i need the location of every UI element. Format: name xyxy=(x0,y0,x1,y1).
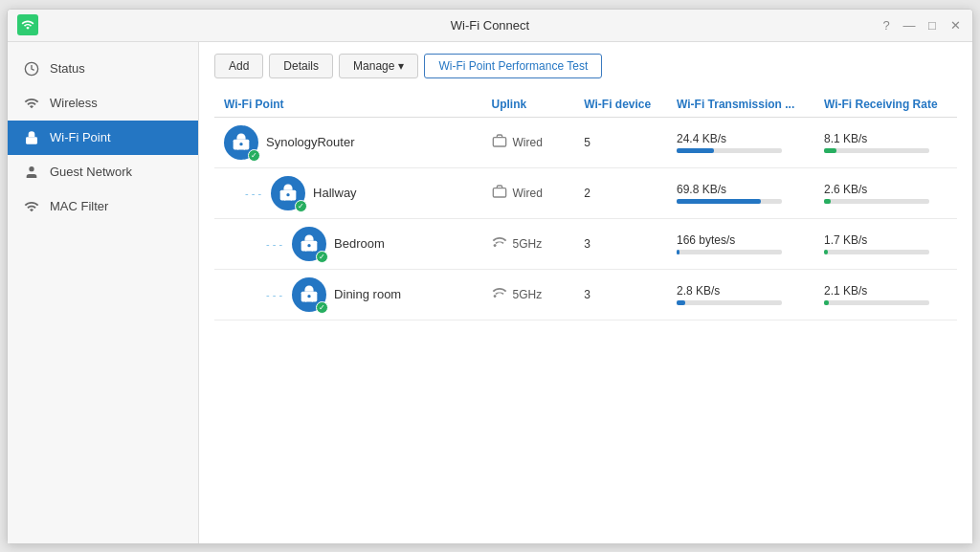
sidebar-item-status[interactable]: Status xyxy=(8,52,198,86)
devices-count-hallway: 2 xyxy=(584,187,590,200)
table-row[interactable]: - - - ✓ Bedroom 5GHz 3 166 bytes/s xyxy=(214,218,957,269)
col-wifi-point: Wi-Fi Point xyxy=(214,92,482,118)
mac-filter-icon xyxy=(23,198,40,215)
rx-cell-bedroom: 1.7 KB/s xyxy=(814,218,957,269)
rx-bar-bg-synology-router xyxy=(824,148,929,153)
svg-rect-8 xyxy=(493,188,505,197)
tx-bar-bedroom xyxy=(677,250,679,254)
rx-speed-hallway: 2.6 KB/s xyxy=(824,183,947,196)
uplink-cell-synology-router: Wired xyxy=(482,117,575,167)
table-header-row: Wi-Fi Point Uplink Wi-Fi device Wi-Fi Tr… xyxy=(214,92,957,118)
col-uplink: Uplink xyxy=(482,92,575,118)
manage-button[interactable]: Manage ▾ xyxy=(339,54,418,78)
node-icon-synology-router: ✓ xyxy=(224,125,258,160)
wireless-icon xyxy=(492,285,507,303)
tx-bar-synology-router xyxy=(677,148,714,153)
minimize-button[interactable]: — xyxy=(902,17,917,33)
svg-point-2 xyxy=(29,166,33,171)
svg-point-4 xyxy=(239,143,242,145)
node-name-dining-room: Dining room xyxy=(334,287,401,301)
sidebar-item-mac-filter[interactable]: MAC Filter xyxy=(8,189,198,224)
tx-bar-bg-dining-room xyxy=(677,300,782,305)
tx-speed-synology-router: 24.4 KB/s xyxy=(677,132,805,145)
svg-point-7 xyxy=(286,193,289,196)
rx-bar-bg-bedroom xyxy=(824,250,929,254)
wired-icon xyxy=(492,184,507,202)
rx-cell-dining-room: 2.1 KB/s xyxy=(814,269,957,320)
rx-bar-bedroom xyxy=(824,250,828,254)
guest-network-icon xyxy=(23,164,40,181)
rx-bar-dining-room xyxy=(824,300,830,305)
devices-cell-synology-router: 5 xyxy=(574,117,667,167)
sidebar-item-status-label: Status xyxy=(50,61,85,76)
window-title: Wi-Fi Connect xyxy=(451,18,529,33)
col-wifi-device: Wi-Fi device xyxy=(574,92,667,118)
manage-chevron-icon: ▾ xyxy=(398,59,404,73)
node-name-hallway: Hallway xyxy=(313,186,357,200)
app-icon xyxy=(17,14,38,35)
wifi-point-icon xyxy=(23,129,40,146)
tx-bar-bg-bedroom xyxy=(677,250,782,254)
uplink-cell-hallway: Wired xyxy=(482,167,575,218)
sidebar: Status Wireless Wi-Fi Point xyxy=(8,42,199,543)
tx-speed-dining-room: 2.8 KB/s xyxy=(677,284,805,298)
titlebar-controls: ? — □ ✕ xyxy=(879,17,963,33)
devices-count-bedroom: 3 xyxy=(584,237,590,251)
col-tx: Wi-Fi Transmission ... xyxy=(667,92,814,118)
manage-label: Manage xyxy=(353,59,394,73)
devices-cell-hallway: 2 xyxy=(574,167,667,218)
tx-bar-hallway xyxy=(677,199,761,204)
tx-bar-bg-synology-router xyxy=(677,148,782,153)
devices-cell-dining-room: 3 xyxy=(574,269,667,320)
uplink-label-dining-room: 5GHz xyxy=(513,288,543,301)
content-area: Status Wireless Wi-Fi Point xyxy=(8,42,972,543)
rx-bar-bg-dining-room xyxy=(824,300,929,305)
table-row[interactable]: - - - ✓ Dining room 5GHz 3 2.8 KB/s xyxy=(214,269,957,320)
details-button[interactable]: Details xyxy=(269,54,333,78)
tx-cell-hallway: 69.8 KB/s xyxy=(667,167,814,218)
rx-cell-hallway: 2.6 KB/s xyxy=(814,167,957,218)
wifi-point-cell: ✓ SynologyRouter xyxy=(214,117,482,167)
tx-speed-hallway: 69.8 KB/s xyxy=(677,183,805,196)
sidebar-item-wireless[interactable]: Wireless xyxy=(8,86,198,121)
sidebar-item-guest-network[interactable]: Guest Network xyxy=(8,155,198,189)
devices-cell-bedroom: 3 xyxy=(574,218,667,269)
tx-bar-bg-hallway xyxy=(677,199,782,204)
sidebar-item-wifi-point[interactable]: Wi-Fi Point xyxy=(8,121,198,155)
main-content: Add Details Manage ▾ Wi-Fi Point Perform… xyxy=(199,42,972,543)
sidebar-item-wireless-label: Wireless xyxy=(50,96,98,110)
sidebar-item-wifi-point-label: Wi-Fi Point xyxy=(50,130,111,144)
tx-cell-dining-room: 2.8 KB/s xyxy=(667,269,814,320)
maximize-button[interactable]: □ xyxy=(924,17,940,33)
clock-icon xyxy=(23,60,40,77)
wifi-point-cell: - - - ✓ Hallway xyxy=(214,167,482,218)
svg-rect-1 xyxy=(26,137,37,144)
rx-bar-bg-hallway xyxy=(824,199,929,204)
table-row[interactable]: - - - ✓ Hallway Wired 2 69.8 KB/s xyxy=(214,167,957,218)
tx-cell-synology-router: 24.4 KB/s xyxy=(667,117,814,167)
svg-point-12 xyxy=(307,295,310,298)
wired-icon xyxy=(492,133,507,151)
devices-count-synology-router: 5 xyxy=(584,136,590,149)
node-check-dining-room: ✓ xyxy=(316,301,328,314)
help-button[interactable]: ? xyxy=(879,17,894,33)
main-window: Wi-Fi Connect ? — □ ✕ Status xyxy=(7,9,973,544)
titlebar-left xyxy=(17,14,38,35)
svg-point-10 xyxy=(307,244,310,247)
wifi-points-table: Wi-Fi Point Uplink Wi-Fi device Wi-Fi Tr… xyxy=(214,92,957,320)
rx-speed-dining-room: 2.1 KB/s xyxy=(824,284,947,298)
perf-test-button[interactable]: Wi-Fi Point Performance Test xyxy=(424,54,602,78)
table-row[interactable]: ✓ SynologyRouter Wired 5 24.4 KB/s 8.1 K… xyxy=(214,117,957,167)
uplink-label-synology-router: Wired xyxy=(513,136,543,149)
close-button[interactable]: ✕ xyxy=(947,17,963,33)
devices-count-dining-room: 3 xyxy=(584,288,590,301)
node-icon-hallway: ✓ xyxy=(271,176,305,210)
toolbar: Add Details Manage ▾ Wi-Fi Point Perform… xyxy=(214,54,957,78)
tx-cell-bedroom: 166 bytes/s xyxy=(667,218,814,269)
add-button[interactable]: Add xyxy=(214,54,263,78)
uplink-cell-bedroom: 5GHz xyxy=(482,218,575,269)
rx-cell-synology-router: 8.1 KB/s xyxy=(814,117,957,167)
node-icon-bedroom: ✓ xyxy=(292,227,326,261)
col-rx: Wi-Fi Receiving Rate xyxy=(814,92,957,118)
rx-speed-synology-router: 8.1 KB/s xyxy=(824,132,947,145)
